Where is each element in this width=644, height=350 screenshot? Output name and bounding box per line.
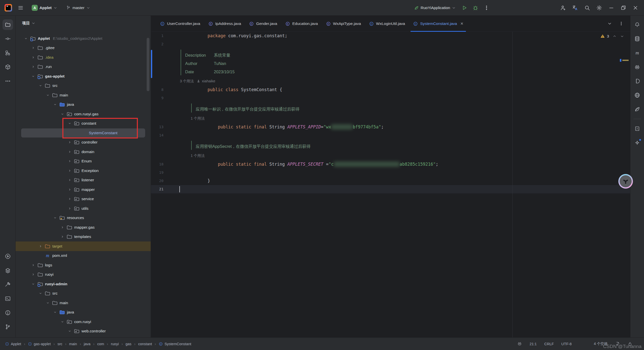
tree-chevron[interactable] — [66, 150, 73, 154]
ai-robot-status-icon[interactable] — [517, 341, 522, 346]
tree-chevron[interactable] — [30, 46, 36, 50]
project-widget[interactable]: A Applet — [29, 3, 60, 13]
tree-item-logs[interactable]: logs — [16, 260, 151, 270]
editor-tab-SystemConstant.java[interactable]: C SystemConstant.java ✕ — [409, 16, 467, 32]
tree-item-controller[interactable]: controller — [16, 138, 151, 147]
tree-item-gas-applet[interactable]: gas-applet — [16, 72, 151, 81]
tool-stripe-maven-button[interactable]: m — [632, 48, 642, 58]
tool-stripe-notifications-button[interactable] — [632, 19, 642, 30]
tree-item-Exception[interactable]: Exception — [16, 166, 151, 176]
tool-stripe-spring-button[interactable] — [632, 104, 642, 115]
close-window-button[interactable] — [630, 3, 640, 13]
tree-chevron[interactable] — [30, 74, 36, 78]
tree-chevron[interactable] — [66, 159, 73, 163]
chevron-down-icon[interactable] — [31, 21, 35, 25]
tree-chevron[interactable] — [30, 55, 36, 59]
tree-item-com.ruoyi.gas[interactable]: com.ruoyi.gas — [16, 109, 151, 119]
tree-chevron[interactable] — [59, 225, 66, 229]
tree-item-main[interactable]: main — [16, 298, 151, 308]
search-everywhere-button[interactable] — [582, 3, 592, 13]
code-line-9[interactable]: 9 — [151, 94, 630, 102]
hidden-tabs-button[interactable] — [605, 19, 615, 29]
tool-stripe-services-button[interactable] — [3, 265, 13, 276]
tool-stripe-packages-button[interactable] — [3, 62, 13, 72]
tree-chevron[interactable] — [37, 84, 44, 88]
tree-item-service[interactable]: service — [16, 194, 151, 204]
tree-item-pom.xml[interactable]: m pom.xml — [16, 251, 151, 261]
tree-chevron[interactable] — [66, 197, 73, 201]
tree-item-.gitee[interactable]: .gitee — [16, 43, 151, 53]
code-line-18[interactable]: 18 public static final String APPLETS_SE… — [151, 160, 630, 168]
tool-stripe-problems-button[interactable] — [3, 307, 13, 318]
minimize-button[interactable] — [606, 3, 616, 13]
editor-tab-IpAddress.java[interactable]: E IpAddress.java — [204, 16, 245, 32]
code-editor[interactable]: 1 package com.ruoyi.gas.constant; 2 Desc… — [151, 32, 630, 337]
tree-chevron[interactable] — [45, 301, 51, 305]
tree-chevron[interactable] — [37, 291, 44, 295]
tree-chevron[interactable] — [52, 310, 58, 314]
tree-chevron[interactable] — [66, 329, 73, 333]
tree-chevron[interactable] — [52, 102, 58, 107]
tree-chevron[interactable] — [59, 320, 66, 324]
tree-chevron[interactable] — [30, 282, 36, 286]
tree-item-domain[interactable]: domain — [16, 147, 151, 157]
tool-stripe-version-control-button[interactable] — [3, 322, 13, 332]
tab-options-button[interactable] — [616, 19, 626, 29]
tree-chevron[interactable] — [66, 188, 73, 192]
code-line-1[interactable]: 1 package com.ruoyi.gas.constant; — [151, 32, 630, 40]
debug-button[interactable] — [470, 3, 480, 13]
tool-stripe-translation-book-button[interactable]: A — [632, 123, 642, 134]
next-problem-icon[interactable] — [620, 34, 624, 38]
editor-tab-Education.java[interactable]: E Education.java — [281, 16, 322, 32]
tool-stripe-run-button[interactable] — [3, 251, 13, 262]
tree-item-mapper[interactable]: mapper — [16, 185, 151, 194]
tree-item-templates[interactable]: templates — [16, 232, 151, 242]
code-with-me-button[interactable] — [558, 3, 568, 13]
input-method-icon[interactable] — [579, 340, 586, 347]
breadcrumb-item-constant[interactable]: constant — [138, 342, 152, 346]
tree-chevron[interactable] — [59, 112, 66, 116]
code-line-14[interactable]: 14 — [151, 131, 630, 139]
breadcrumb-item-com[interactable]: com — [97, 342, 104, 346]
tool-stripe-structure-button[interactable] — [3, 48, 13, 58]
tool-stripe-endpoints-button[interactable] — [632, 90, 642, 100]
tree-item-java[interactable]: java — [16, 100, 151, 110]
doc-comment-block[interactable]: 应用密钥AppSecret，在微信开放平台提交应用审核通过后获得 — [151, 139, 630, 151]
tool-stripe-database-button[interactable] — [632, 33, 642, 44]
tree-item-src[interactable]: src — [16, 289, 151, 298]
tree-chevron[interactable] — [52, 216, 58, 220]
tree-chevron[interactable] — [45, 93, 51, 97]
tree-item-src[interactable]: src — [16, 81, 151, 91]
editor-tab-WxLoginUtil.java[interactable]: C WxLoginUtil.java — [365, 16, 409, 32]
tool-stripe-ai-sparkle-button[interactable] — [632, 137, 642, 148]
settings-button[interactable] — [594, 3, 604, 13]
code-line-8[interactable]: 8 public class SystemConstant { — [151, 86, 630, 94]
breadcrumb-item-ruoyi[interactable]: ruoyi — [111, 342, 119, 346]
breadcrumb-item-java[interactable]: java — [84, 342, 91, 346]
tree-item-listener[interactable]: listener — [16, 176, 151, 185]
project-scrollbar[interactable] — [147, 38, 149, 91]
tree-item-com.ruoyi[interactable]: com.ruoyi — [16, 317, 151, 327]
tree-chevron[interactable] — [30, 65, 36, 69]
tree-item-resources[interactable]: resources — [16, 213, 151, 223]
tool-stripe-dependencies-button[interactable] — [632, 76, 642, 86]
encoding-widget[interactable]: UTF-8 — [561, 342, 572, 346]
breadcrumb-item-SystemConstant[interactable]: C SystemConstant — [159, 342, 191, 346]
tree-item-ruoyi[interactable]: ruoyi — [16, 270, 151, 279]
editor-tab-UserController.java[interactable]: C UserController.java — [156, 16, 204, 32]
tool-stripe-commit-button[interactable] — [3, 33, 13, 44]
tree-chevron[interactable] — [30, 272, 36, 276]
tree-chevron[interactable] — [66, 140, 73, 144]
tree-chevron[interactable] — [59, 235, 66, 239]
breadcrumb-item-gas[interactable]: gas — [126, 342, 131, 346]
tool-stripe-ai-robot-button[interactable] — [632, 62, 642, 72]
vcs-branch-widget[interactable]: master — [63, 3, 93, 13]
usages-hint[interactable]: 3 个用法 — [180, 79, 194, 84]
code-line-21[interactable]: 21 — [151, 185, 630, 193]
tree-item-.idea[interactable]: .idea — [16, 53, 151, 62]
code-line-20[interactable]: 20 } — [151, 177, 630, 185]
inspections-widget[interactable]: 3 — [600, 34, 624, 39]
author-hint[interactable]: xiahaike — [202, 79, 215, 83]
tree-item-ruoyi-admin[interactable]: ruoyi-admin — [16, 279, 151, 289]
tool-stripe-project-folder-button[interactable] — [3, 19, 13, 30]
